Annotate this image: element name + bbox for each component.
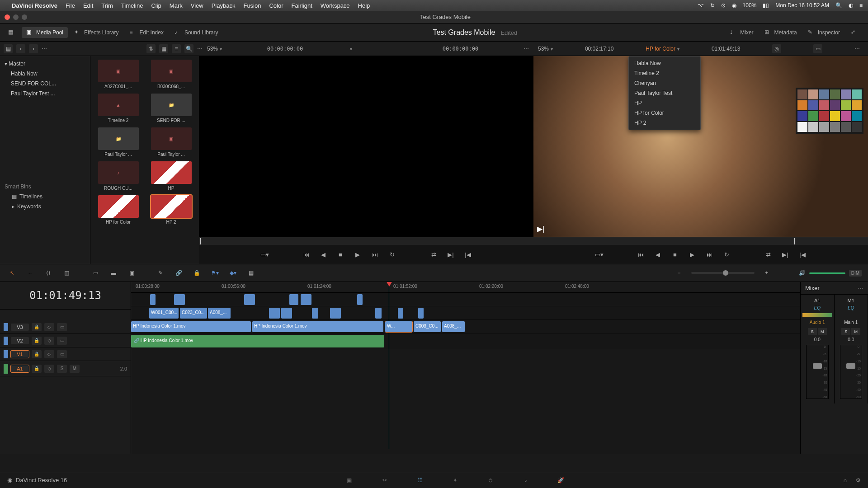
insert-mode-icon[interactable]: ▭▾ [259, 249, 270, 260]
notification-icon[interactable]: ≡ [859, 2, 863, 9]
media-page-button[interactable]: ▣ [343, 474, 356, 487]
source-clip-sel[interactable] [348, 46, 352, 52]
folder-master[interactable]: Master [0, 59, 90, 69]
workspace-layout-button[interactable]: ▦ [4, 27, 20, 38]
close-button[interactable] [5, 14, 10, 20]
dropdown-item[interactable]: Paul Taylor Test [629, 88, 700, 98]
home-button[interactable]: ⌂ [844, 477, 847, 483]
media-thumb[interactable]: 📁Paul Taylor ... [94, 127, 142, 157]
source-scrubber[interactable] [199, 237, 533, 245]
grid-view-icon[interactable]: ▦ [159, 44, 168, 53]
stop-button[interactable]: ■ [335, 249, 346, 260]
timeline-selector[interactable]: HP for Color [646, 46, 679, 52]
menu-trim[interactable]: Trim [101, 2, 113, 9]
playhead-marker[interactable] [387, 282, 392, 286]
zoom-out-button[interactable]: − [673, 267, 685, 279]
track-header-a1[interactable]: A1 🔒◇SM 2.0 [0, 361, 131, 376]
menu-color[interactable]: Color [269, 2, 283, 9]
bluetooth-icon[interactable]: ⌥ [698, 2, 704, 9]
smart-bin-keywords[interactable]: ▸Keywords [0, 202, 90, 211]
media-thumb[interactable]: ▲Timeline 2 [94, 94, 142, 123]
sound-library-button[interactable]: ♪Sound Library [170, 27, 223, 38]
timeline-tracks[interactable]: 01:00:28:00 01:00:56:00 01:01:24:00 01:0… [131, 282, 800, 454]
overwrite-clip-button[interactable]: ▬ [108, 267, 119, 279]
marker-blue-icon[interactable]: ◆▾ [227, 267, 239, 279]
fairlight-page-button[interactable]: ♪ [519, 474, 532, 487]
bin-list-icon[interactable]: ▤ [4, 44, 13, 53]
blade-tool[interactable]: ▥ [61, 267, 72, 279]
media-thumb[interactable]: ▣Paul Taylor ... [147, 127, 195, 157]
dropdown-item[interactable]: Habla Now [629, 58, 700, 68]
mark-out-button[interactable]: |◀ [797, 249, 808, 260]
project-settings-button[interactable]: ⚙ [856, 477, 861, 483]
nav-fwd-icon[interactable]: › [29, 44, 38, 53]
source-zoom[interactable]: 53% [207, 46, 222, 52]
media-pool-button[interactable]: ▣Media Pool [22, 27, 68, 38]
nav-back-icon[interactable]: ‹ [16, 44, 25, 53]
siri-icon[interactable]: ◐ [849, 2, 853, 9]
dropdown-item[interactable]: Cheriyan [629, 78, 700, 88]
mixer-strip-a1[interactable]: A1 EQ Audio 1 SM 0.0 0-5-10-15-20-30-40-… [801, 295, 835, 404]
loop-button[interactable]: ↻ [387, 249, 397, 260]
link-tool[interactable]: 🔗 [173, 267, 184, 279]
flag-blue-icon[interactable]: ⚑▾ [209, 267, 221, 279]
list-view-icon[interactable]: ≡ [172, 44, 181, 53]
first-frame-button[interactable]: ⏮ [635, 249, 646, 260]
trim-tool[interactable]: ⫠ [24, 267, 36, 279]
marker-tool[interactable]: ✎ [155, 267, 166, 279]
stop-button[interactable]: ■ [670, 249, 680, 260]
menu-view[interactable]: View [191, 2, 203, 9]
search-icon[interactable]: 🔍 [184, 44, 193, 53]
dropdown-item[interactable]: HP [629, 98, 700, 108]
app-name[interactable]: DaVinci Resolve [12, 2, 57, 9]
smart-bin-timelines[interactable]: ▦Timelines [0, 192, 90, 202]
next-frame-button[interactable]: ⏭ [704, 249, 715, 260]
folder-item[interactable]: Habla Now [0, 69, 90, 79]
menu-playback[interactable]: Playback [212, 2, 236, 9]
spotlight-icon[interactable]: 🔍 [835, 2, 842, 9]
mark-in-button[interactable]: ▶| [780, 249, 791, 260]
bypass-icon[interactable]: ◎ [772, 44, 781, 53]
next-frame-button[interactable]: ⏭ [369, 249, 380, 260]
match-frame-button[interactable]: ⇄ [428, 249, 439, 260]
menu-edit[interactable]: Edit [83, 2, 93, 9]
record-options[interactable] [854, 46, 860, 52]
replace-clip-button[interactable]: ▣ [126, 267, 137, 279]
media-thumb[interactable]: 📁SEND FOR ... [147, 94, 195, 123]
dynamic-trim-tool[interactable]: ⟨⟩ [42, 267, 54, 279]
prev-frame-button[interactable]: ◀ [652, 249, 663, 260]
deliver-page-button[interactable]: 🚀 [555, 474, 567, 487]
volume-slider[interactable] [809, 272, 845, 274]
speaker-icon[interactable]: 🔊 [799, 270, 806, 276]
zoom-in-button[interactable]: + [761, 267, 773, 279]
media-thumb[interactable]: ▣A027C001_... [94, 60, 142, 89]
menu-clip[interactable]: Clip [151, 2, 161, 9]
dim-button[interactable]: DIM [849, 270, 862, 277]
media-thumb[interactable]: HP [147, 161, 195, 191]
folder-item[interactable]: SEND FOR COL... [0, 79, 90, 89]
path-menu[interactable] [42, 46, 47, 52]
insert-clip-button[interactable]: ▭ [90, 267, 101, 279]
metadata-toggle[interactable]: ⊞Metadata [760, 27, 802, 38]
lock-tool[interactable]: 🔒 [191, 267, 203, 279]
menu-mark[interactable]: Mark [170, 2, 183, 9]
first-frame-button[interactable]: ⏮ [301, 249, 311, 260]
mixer-strip-m1[interactable]: M1 EQ Main 1 SM 0.0 0-5-10-15-20-30-40-5… [835, 295, 868, 404]
menu-fairlight[interactable]: Fairlight [292, 2, 312, 9]
play-button[interactable]: ▶ [352, 249, 363, 260]
edit-page-button[interactable]: ☷ [414, 474, 426, 487]
fader-a1[interactable]: 0-5-10-15-20-30-40-50 [806, 345, 829, 399]
track-header-v2[interactable]: V2 🔒◇▭ [0, 334, 131, 347]
media-thumb[interactable]: HP 2 [147, 195, 195, 225]
selection-tool[interactable]: ↖ [6, 267, 18, 279]
battery-icon[interactable]: ▮▯ [763, 2, 769, 9]
dropdown-item[interactable]: HP 2 [629, 118, 700, 128]
goto-end-icon[interactable]: ▶| [537, 225, 544, 233]
record-scrubber[interactable] [533, 237, 868, 245]
media-thumb[interactable]: HP for Color [94, 195, 142, 225]
menu-fusion[interactable]: Fusion [243, 2, 261, 9]
expand-viewer-icon[interactable]: ▭ [813, 44, 822, 53]
mark-out-button[interactable]: |◀ [462, 249, 473, 260]
dropdown-item[interactable]: HP for Color [629, 108, 700, 118]
source-screen[interactable] [199, 56, 533, 237]
